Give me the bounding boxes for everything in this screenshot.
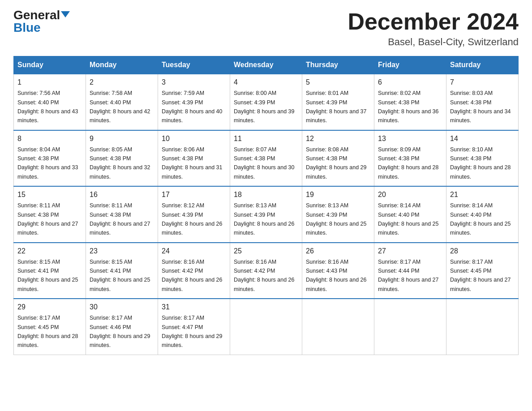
day-info: Sunrise: 7:58 AMSunset: 4:40 PMDaylight:…: [90, 90, 150, 124]
day-info: Sunrise: 8:17 AMSunset: 4:46 PMDaylight:…: [90, 315, 150, 348]
day-info: Sunrise: 8:12 AMSunset: 4:39 PMDaylight:…: [162, 202, 223, 236]
day-number: 22: [17, 246, 82, 257]
day-info: Sunrise: 8:13 AMSunset: 4:39 PMDaylight:…: [306, 202, 367, 236]
calendar-cell: 30Sunrise: 8:17 AMSunset: 4:46 PMDayligh…: [86, 299, 158, 355]
day-info: Sunrise: 7:59 AMSunset: 4:39 PMDaylight:…: [162, 90, 223, 124]
col-header-tuesday: Tuesday: [158, 56, 230, 74]
col-header-sunday: Sunday: [14, 56, 86, 74]
day-number: 12: [306, 133, 370, 144]
day-number: 10: [162, 133, 226, 144]
calendar-cell: 25Sunrise: 8:16 AMSunset: 4:42 PMDayligh…: [230, 243, 302, 299]
day-number: 14: [450, 133, 515, 144]
calendar-cell: 4Sunrise: 8:00 AMSunset: 4:39 PMDaylight…: [230, 74, 302, 130]
calendar-cell: 31Sunrise: 8:17 AMSunset: 4:47 PMDayligh…: [158, 299, 230, 355]
day-info: Sunrise: 8:04 AMSunset: 4:38 PMDaylight:…: [17, 146, 78, 180]
day-number: 30: [90, 302, 154, 313]
calendar-cell: 13Sunrise: 8:09 AMSunset: 4:38 PMDayligh…: [374, 130, 446, 187]
day-number: 20: [378, 189, 442, 200]
calendar-cell: 10Sunrise: 8:06 AMSunset: 4:38 PMDayligh…: [158, 130, 230, 187]
day-info: Sunrise: 8:16 AMSunset: 4:43 PMDaylight:…: [306, 259, 367, 292]
day-info: Sunrise: 8:01 AMSunset: 4:39 PMDaylight:…: [306, 90, 367, 124]
day-info: Sunrise: 8:06 AMSunset: 4:38 PMDaylight:…: [162, 146, 223, 180]
calendar-week-row: 8Sunrise: 8:04 AMSunset: 4:38 PMDaylight…: [14, 130, 519, 187]
day-number: 6: [378, 77, 442, 88]
calendar-week-row: 15Sunrise: 8:11 AMSunset: 4:38 PMDayligh…: [14, 186, 519, 243]
col-header-wednesday: Wednesday: [230, 56, 302, 74]
calendar-cell: 5Sunrise: 8:01 AMSunset: 4:39 PMDaylight…: [302, 74, 374, 130]
calendar-cell: 17Sunrise: 8:12 AMSunset: 4:39 PMDayligh…: [158, 186, 230, 243]
day-number: 13: [378, 133, 442, 144]
day-number: 3: [162, 77, 226, 88]
month-title: December 2024: [348, 9, 519, 34]
day-info: Sunrise: 8:09 AMSunset: 4:38 PMDaylight:…: [378, 146, 439, 180]
day-info: Sunrise: 8:14 AMSunset: 4:40 PMDaylight:…: [450, 202, 511, 236]
calendar-cell: 22Sunrise: 8:15 AMSunset: 4:41 PMDayligh…: [14, 243, 86, 299]
day-info: Sunrise: 8:07 AMSunset: 4:38 PMDaylight:…: [234, 146, 295, 180]
page-header: General Blue December 2024 Basel, Basel-…: [13, 9, 519, 48]
day-number: 27: [378, 246, 442, 257]
calendar-week-row: 29Sunrise: 8:17 AMSunset: 4:45 PMDayligh…: [14, 299, 519, 355]
day-number: 15: [17, 189, 82, 200]
day-number: 17: [162, 189, 226, 200]
day-number: 23: [90, 246, 154, 257]
calendar-cell: 28Sunrise: 8:17 AMSunset: 4:45 PMDayligh…: [446, 243, 519, 299]
calendar-cell: 26Sunrise: 8:16 AMSunset: 4:43 PMDayligh…: [302, 243, 374, 299]
calendar-cell: [446, 299, 519, 355]
logo-general-text: General: [13, 9, 60, 21]
col-header-thursday: Thursday: [302, 56, 374, 74]
day-number: 1: [17, 77, 82, 88]
col-header-friday: Friday: [374, 56, 446, 74]
calendar-cell: [302, 299, 374, 355]
day-info: Sunrise: 8:17 AMSunset: 4:47 PMDaylight:…: [162, 315, 223, 348]
calendar-cell: [374, 299, 446, 355]
day-number: 29: [17, 302, 82, 313]
logo: General Blue: [13, 9, 70, 34]
logo-arrow-icon: [61, 11, 70, 17]
calendar-cell: 19Sunrise: 8:13 AMSunset: 4:39 PMDayligh…: [302, 186, 374, 243]
day-number: 25: [234, 246, 298, 257]
day-info: Sunrise: 8:16 AMSunset: 4:42 PMDaylight:…: [162, 259, 223, 292]
calendar-cell: 16Sunrise: 8:11 AMSunset: 4:38 PMDayligh…: [86, 186, 158, 243]
calendar-cell: 7Sunrise: 8:03 AMSunset: 4:38 PMDaylight…: [446, 74, 519, 130]
day-number: 24: [162, 246, 226, 257]
day-info: Sunrise: 7:56 AMSunset: 4:40 PMDaylight:…: [17, 90, 78, 124]
calendar-cell: 20Sunrise: 8:14 AMSunset: 4:40 PMDayligh…: [374, 186, 446, 243]
location-text: Basel, Basel-City, Switzerland: [348, 36, 519, 48]
calendar-cell: 6Sunrise: 8:02 AMSunset: 4:38 PMDaylight…: [374, 74, 446, 130]
day-info: Sunrise: 8:15 AMSunset: 4:41 PMDaylight:…: [90, 259, 150, 292]
day-info: Sunrise: 8:03 AMSunset: 4:38 PMDaylight:…: [450, 90, 511, 124]
day-info: Sunrise: 8:16 AMSunset: 4:42 PMDaylight:…: [234, 259, 295, 292]
calendar-cell: [230, 299, 302, 355]
col-header-monday: Monday: [86, 56, 158, 74]
logo-blue-text: Blue: [13, 21, 41, 34]
day-info: Sunrise: 8:11 AMSunset: 4:38 PMDaylight:…: [90, 202, 150, 236]
day-number: 8: [17, 133, 82, 144]
calendar-cell: 29Sunrise: 8:17 AMSunset: 4:45 PMDayligh…: [14, 299, 86, 355]
day-info: Sunrise: 8:13 AMSunset: 4:39 PMDaylight:…: [234, 202, 295, 236]
calendar-cell: 15Sunrise: 8:11 AMSunset: 4:38 PMDayligh…: [14, 186, 86, 243]
day-number: 9: [90, 133, 154, 144]
calendar-table: SundayMondayTuesdayWednesdayThursdayFrid…: [13, 56, 519, 355]
calendar-cell: 3Sunrise: 7:59 AMSunset: 4:39 PMDaylight…: [158, 74, 230, 130]
day-number: 11: [234, 133, 298, 144]
day-info: Sunrise: 8:14 AMSunset: 4:40 PMDaylight:…: [378, 202, 439, 236]
day-number: 16: [90, 189, 154, 200]
calendar-cell: 2Sunrise: 7:58 AMSunset: 4:40 PMDaylight…: [86, 74, 158, 130]
day-number: 18: [234, 189, 298, 200]
calendar-week-row: 22Sunrise: 8:15 AMSunset: 4:41 PMDayligh…: [14, 243, 519, 299]
calendar-cell: 9Sunrise: 8:05 AMSunset: 4:38 PMDaylight…: [86, 130, 158, 187]
calendar-cell: 1Sunrise: 7:56 AMSunset: 4:40 PMDaylight…: [14, 74, 86, 130]
day-info: Sunrise: 8:17 AMSunset: 4:44 PMDaylight:…: [378, 259, 439, 292]
day-number: 4: [234, 77, 298, 88]
calendar-cell: 24Sunrise: 8:16 AMSunset: 4:42 PMDayligh…: [158, 243, 230, 299]
calendar-cell: 14Sunrise: 8:10 AMSunset: 4:38 PMDayligh…: [446, 130, 519, 187]
day-number: 5: [306, 77, 370, 88]
day-number: 2: [90, 77, 154, 88]
day-number: 26: [306, 246, 370, 257]
day-info: Sunrise: 8:00 AMSunset: 4:39 PMDaylight:…: [234, 90, 295, 124]
day-number: 21: [450, 189, 515, 200]
day-info: Sunrise: 8:11 AMSunset: 4:38 PMDaylight:…: [17, 202, 78, 236]
day-info: Sunrise: 8:02 AMSunset: 4:38 PMDaylight:…: [378, 90, 439, 124]
day-info: Sunrise: 8:10 AMSunset: 4:38 PMDaylight:…: [450, 146, 511, 180]
day-info: Sunrise: 8:15 AMSunset: 4:41 PMDaylight:…: [17, 259, 78, 292]
